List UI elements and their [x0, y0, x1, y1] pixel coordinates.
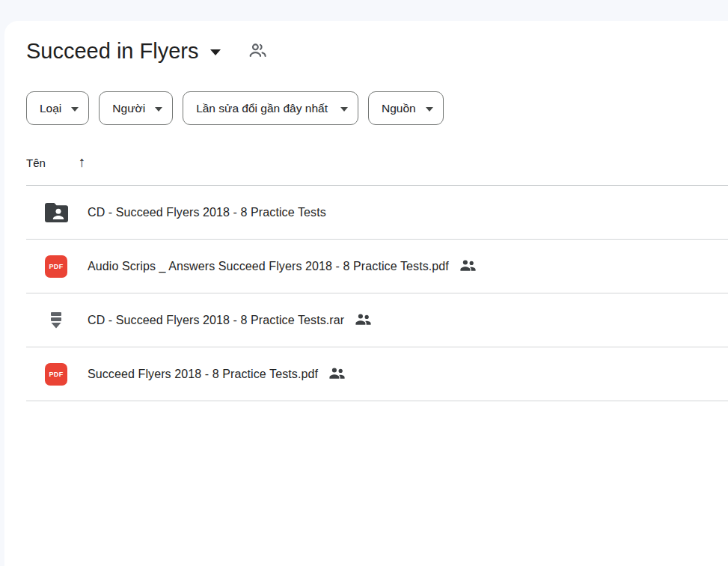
file-name: CD - Succeed Flyers 2018 - 8 Practice Te… [88, 206, 326, 219]
name-column-header[interactable]: Tên [26, 156, 46, 169]
filter-chip-type-label: Loại [40, 102, 61, 115]
title-caret-down-icon[interactable] [210, 49, 221, 55]
chevron-down-icon [71, 107, 79, 112]
shared-people-icon [459, 259, 477, 276]
page-title[interactable]: Succeed in Flyers [26, 37, 199, 65]
chevron-down-icon [155, 107, 162, 112]
chevron-down-icon [340, 107, 348, 112]
shared-members-icon [248, 41, 268, 63]
shared-people-icon [355, 313, 372, 329]
pdf-file-icon: PDF [44, 255, 68, 279]
pdf-icon-label: PDF [49, 263, 63, 270]
pdf-icon-label: PDF [49, 371, 63, 378]
shared-people-icon [328, 367, 346, 383]
folder-title-row: Succeed in Flyers [26, 21, 728, 65]
filter-chip-modified[interactable]: Lần sửa đổi gần đây nhất [183, 91, 358, 125]
file-row[interactable]: CD - Succeed Flyers 2018 - 8 Practice Te… [26, 293, 728, 347]
file-row[interactable]: PDF Succeed Flyers 2018 - 8 Practice Tes… [26, 347, 728, 401]
chevron-down-icon [426, 107, 433, 112]
filter-chip-modified-label: Lần sửa đổi gần đây nhất [196, 102, 328, 115]
list-header: Tên ↑ [26, 155, 728, 170]
file-name: CD - Succeed Flyers 2018 - 8 Practice Te… [88, 314, 344, 327]
pdf-file-icon: PDF [44, 362, 68, 386]
file-name: Audio Scrips _ Answers Succeed Flyers 20… [88, 260, 449, 273]
file-name: Succeed Flyers 2018 - 8 Practice Tests.p… [88, 368, 318, 381]
folder-view-card: Succeed in Flyers Loại Người [4, 21, 728, 566]
filter-chip-source[interactable]: Nguồn [368, 91, 444, 125]
file-row[interactable]: PDF Audio Scrips _ Answers Succeed Flyer… [26, 240, 728, 293]
filter-chip-source-label: Nguồn [382, 102, 416, 115]
filter-chips-row: Loại Người Lần sửa đổi gần đây nhất Nguồ… [26, 91, 728, 125]
archive-file-icon [44, 308, 68, 332]
filter-chip-people[interactable]: Người [99, 91, 173, 125]
shared-folder-icon [44, 201, 68, 225]
filter-chip-type[interactable]: Loại [26, 91, 89, 125]
sort-ascending-arrow-icon[interactable]: ↑ [79, 155, 86, 170]
filter-chip-people-label: Người [112, 102, 145, 115]
file-row[interactable]: CD - Succeed Flyers 2018 - 8 Practice Te… [26, 186, 728, 240]
